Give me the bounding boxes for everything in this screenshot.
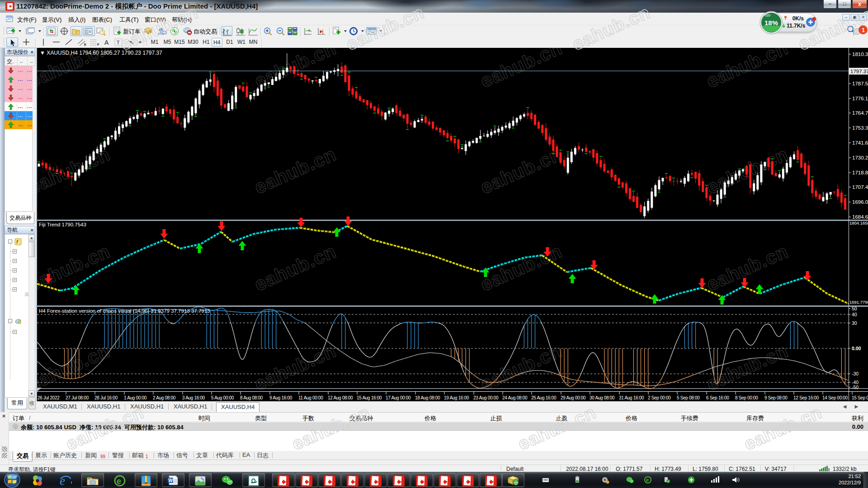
svg-text:25 Aug 16:00: 25 Aug 16:00 (531, 395, 557, 400)
svg-text:1696.00: 1696.00 (852, 199, 868, 205)
svg-text:6 Sep 16:00: 6 Sep 16:00 (706, 395, 729, 400)
svg-text:19 Aug 16:00: 19 Aug 16:00 (444, 395, 469, 400)
svg-text:5 Aug 00:00: 5 Aug 00:00 (211, 395, 234, 400)
svg-text:12 Sep 16:00: 12 Sep 16:00 (793, 395, 819, 400)
svg-text:1741.60: 1741.60 (852, 140, 868, 145)
svg-text:9 Aug 16:00: 9 Aug 16:00 (269, 395, 292, 400)
svg-text:12 Aug 08:00: 12 Aug 08:00 (328, 395, 353, 400)
svg-text:A: A (104, 39, 109, 46)
svg-text:e: e (117, 477, 121, 486)
svg-text:2 Sep 00:00: 2 Sep 00:00 (648, 395, 671, 400)
svg-text:F: F (97, 43, 99, 46)
svg-text:W: W (169, 478, 173, 483)
svg-text:40: 40 (852, 312, 857, 317)
svg-text:17 Aug 00:00: 17 Aug 00:00 (386, 395, 411, 400)
svg-text:1764.70: 1764.70 (852, 110, 868, 116)
svg-text:24 Aug 08:00: 24 Aug 08:00 (502, 395, 528, 400)
svg-text:0.00: 0.00 (852, 346, 861, 351)
svg-text:1 Aug 00:00: 1 Aug 00:00 (124, 395, 147, 400)
svg-text:23 Aug 00:00: 23 Aug 00:00 (473, 395, 499, 400)
svg-text:1776.10: 1776.10 (852, 96, 868, 101)
svg-text:▼ XAUUSD,H4 1794.60 1805.27 1: ▼ XAUUSD,H4 1794.60 1805.27 1790.23 1797… (40, 50, 162, 56)
svg-text:-30: -30 (852, 371, 859, 376)
svg-text:31 Aug 16:00: 31 Aug 16:00 (619, 395, 644, 400)
svg-text:27 Jul 08:00: 27 Jul 08:00 (66, 395, 89, 400)
svg-text:H4 Forex-station version of ch: H4 Forex-station version of chaos visual… (39, 308, 210, 314)
svg-text:50: 50 (852, 306, 857, 311)
svg-text:30: 30 (852, 320, 857, 326)
svg-text:3 Aug 16:00: 3 Aug 16:00 (182, 395, 205, 400)
svg-text:8 Aug 08:00: 8 Aug 08:00 (240, 395, 263, 400)
svg-text:1718.80: 1718.80 (852, 170, 868, 175)
svg-text:Fiji Trend 1790.7543: Fiji Trend 1790.7543 (39, 222, 86, 227)
svg-text:8 Sep 00:00: 8 Sep 00:00 (735, 395, 758, 400)
svg-text:5 Sep 08:00: 5 Sep 08:00 (677, 395, 700, 400)
svg-text:15 Aug 16:00: 15 Aug 16:00 (357, 395, 382, 400)
svg-text:1730.20: 1730.20 (852, 155, 868, 160)
svg-text:1797.37: 1797.37 (850, 69, 868, 74)
svg-text:1684.60: 1684.60 (852, 214, 868, 220)
svg-text:e: e (646, 477, 649, 483)
svg-text:29 Aug 00:00: 29 Aug 00:00 (561, 395, 586, 400)
svg-text:18 Aug 08:00: 18 Aug 08:00 (415, 395, 440, 400)
svg-text:2 Aug 08:00: 2 Aug 08:00 (153, 395, 176, 400)
svg-text:26 Jul 2022: 26 Jul 2022 (38, 395, 60, 400)
svg-text:18%: 18% (764, 19, 778, 27)
svg-text:1804.1658: 1804.1658 (849, 221, 868, 225)
svg-text:1787.50: 1787.50 (852, 81, 868, 86)
svg-text:30 Aug 08:00: 30 Aug 08:00 (590, 395, 615, 400)
svg-text:1707.40: 1707.40 (852, 184, 868, 190)
svg-text:-50: -50 (852, 385, 859, 390)
svg-text:E: E (84, 43, 86, 46)
svg-text:11 Aug 00:00: 11 Aug 00:00 (298, 395, 323, 400)
svg-text:1810.30: 1810.30 (852, 52, 868, 57)
svg-text:14 Sep 00:00: 14 Sep 00:00 (822, 395, 848, 400)
svg-text:1691.7798: 1691.7798 (849, 300, 868, 305)
svg-text:9 Sep 08:00: 9 Sep 08:00 (764, 395, 788, 400)
svg-text:28 Jul 16:00: 28 Jul 16:00 (94, 395, 118, 400)
svg-text:1753.30: 1753.30 (852, 125, 868, 131)
svg-text:15 Sep 08:00: 15 Sep 08:00 (852, 395, 868, 400)
